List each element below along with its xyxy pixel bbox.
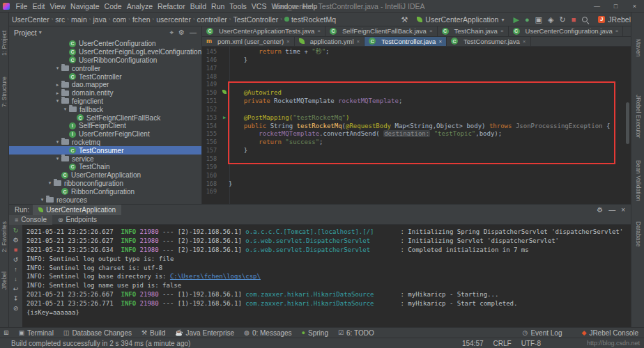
menu-analyze[interactable]: Analyze xyxy=(124,1,155,11)
tool-button-7-structure[interactable]: 7: Structure xyxy=(1,77,8,107)
breadcrumb-usercenter[interactable]: UserCenter xyxy=(10,15,51,24)
minimize-icon[interactable]: — xyxy=(608,206,615,214)
tree-expander[interactable]: ▾ xyxy=(54,139,61,145)
tree-expander[interactable]: ▾ xyxy=(54,98,61,104)
up-stack-icon[interactable]: ↑ xyxy=(14,266,17,273)
breadcrumb-main[interactable]: main xyxy=(70,15,89,24)
tree-item-ribbonconfiguration[interactable]: CRibbonConfiguration xyxy=(9,187,201,196)
restart-icon[interactable]: ↺ xyxy=(13,256,19,263)
caret-position[interactable]: 154:57 xyxy=(462,340,484,347)
tree-expander[interactable]: ▾ xyxy=(61,106,69,112)
tree-expander[interactable]: ▾ xyxy=(54,65,61,71)
toolwindow-button-6-todo[interactable]: ☑6: TODO xyxy=(338,329,374,337)
hide-icon[interactable]: — xyxy=(190,29,197,37)
clear-icon[interactable]: ⊘ xyxy=(13,305,19,312)
tool-button-bean-validation[interactable]: Bean Validation xyxy=(635,160,642,201)
close-icon[interactable]: × xyxy=(438,38,442,45)
toolwindow-button-to-olwindow-switcher[interactable]: ⊞ xyxy=(3,329,9,336)
tree-expander[interactable]: ▾ xyxy=(38,197,46,203)
coverage-button[interactable]: ▣ xyxy=(535,13,542,26)
tab-testconsumer-java[interactable]: CTestConsumer.java× xyxy=(447,37,530,47)
breadcrumb-src[interactable]: src xyxy=(54,15,66,24)
rerun-icon[interactable]: ↻ xyxy=(13,227,19,234)
tool-button-jrebel[interactable]: JRebel xyxy=(1,271,8,290)
tree-item-testchain[interactable]: CTestChain xyxy=(9,163,201,171)
menu-build[interactable]: Build xyxy=(187,1,208,11)
tree-item-usercenterapplication[interactable]: CUserCenterApplication xyxy=(9,171,201,180)
tool-button-1-project[interactable]: 1: Project xyxy=(1,31,8,56)
close-icon[interactable]: × xyxy=(357,38,360,45)
tree-item-testconsumer[interactable]: CTestConsumer xyxy=(9,146,201,155)
tree-item-service[interactable]: ▾service xyxy=(9,155,201,163)
tree-item-userribbonconfiguration[interactable]: CUserRibbonConfiguration xyxy=(9,56,201,65)
breadcrumb-controller[interactable]: controller xyxy=(196,15,229,24)
close-icon[interactable]: × xyxy=(317,28,321,34)
menu-code[interactable]: Code xyxy=(102,1,124,11)
locate-icon[interactable]: ⌖ xyxy=(169,29,174,37)
close-icon[interactable]: × xyxy=(429,28,433,34)
tree-item-ribbonconfiguration[interactable]: ▾ribbonconfiguration xyxy=(9,180,201,188)
tree-item-selffeignclientfallback[interactable]: CSelfFeignClientFallBack xyxy=(9,113,201,122)
maximize-button[interactable]: □ xyxy=(606,0,625,13)
breadcrumb-fchen[interactable]: fchen xyxy=(131,15,152,24)
menu-file[interactable]: File xyxy=(13,1,30,11)
editor-scrollbar[interactable] xyxy=(626,102,629,144)
tool-button-maven[interactable]: Maven xyxy=(635,39,642,57)
menu-edit[interactable]: Edit xyxy=(30,1,47,11)
breadcrumb-com[interactable]: com xyxy=(111,15,128,24)
close-button[interactable]: × xyxy=(625,0,644,13)
close-icon[interactable]: × xyxy=(286,38,290,45)
view-tab-console[interactable]: ≡Console xyxy=(9,215,52,225)
tree-expander[interactable]: ▾ xyxy=(46,180,54,186)
toolwindow-button-terminal[interactable]: ▣Terminal xyxy=(19,329,54,337)
down-stack-icon[interactable]: ↓ xyxy=(14,276,17,283)
tool-button-database[interactable]: Database xyxy=(635,221,642,246)
tree-item-usercenterfeignclient[interactable]: IUserCenterFeignClient xyxy=(9,130,201,139)
tab-usercenterconfiguration-java[interactable]: CUserCenterConfiguration.java× xyxy=(509,26,624,36)
tree-item-fallback[interactable]: ▾fallback xyxy=(9,105,201,113)
tree-item-selffeignclient[interactable]: ISelfFeignClient xyxy=(9,122,201,130)
toolwindow-button-0-messages[interactable]: ◍0: Messages xyxy=(244,329,292,337)
tree-expander[interactable]: ▸ xyxy=(54,82,61,88)
minimize-button[interactable]: — xyxy=(588,0,606,13)
tool-button-jrebel-executor[interactable]: JRebel Executor xyxy=(635,95,642,138)
menu-view[interactable]: View xyxy=(47,1,68,11)
profiler-button[interactable]: ◈ xyxy=(548,13,553,26)
settings-icon[interactable]: ⚙ xyxy=(178,29,185,37)
tool-button-2-favorites[interactable]: 2: Favorites xyxy=(1,221,8,252)
scroll-end-icon[interactable]: ↧ xyxy=(13,295,19,302)
view-tab-endpoints[interactable]: ⊚Endpoints xyxy=(52,215,102,225)
tree-item-resources[interactable]: ▾resources xyxy=(9,196,201,204)
tree-item-domain-entity[interactable]: ▸domain.entity xyxy=(9,89,201,97)
soft-wrap-icon[interactable]: ↩ xyxy=(13,285,19,292)
tab-usercenterapplicationtests-java[interactable]: CUserCenterApplicationTests.java× xyxy=(202,26,325,36)
run-button[interactable]: ▶ xyxy=(513,13,519,26)
tree-item-usercenterconfiguration[interactable]: CUserCenterConfiguration xyxy=(9,40,201,48)
close-icon[interactable]: × xyxy=(500,28,504,34)
stop-icon[interactable]: ■ xyxy=(14,246,17,253)
tree-item-controller[interactable]: ▾controller xyxy=(9,64,201,72)
tree-expander[interactable]: ▸ xyxy=(54,90,61,96)
breadcrumb-testrocketmq[interactable]: testRocketMq xyxy=(283,15,337,24)
tree-item-testcontroller[interactable]: CTestController xyxy=(9,72,201,81)
settings-icon[interactable]: ⚙ xyxy=(13,237,18,244)
tree-item-feignclient[interactable]: ▾feignclient xyxy=(9,97,201,106)
toolwindow-button-build[interactable]: ⚒Build xyxy=(141,329,165,337)
build-icon[interactable]: ⚒ xyxy=(401,13,408,26)
project-panel-title[interactable]: Project xyxy=(14,29,37,37)
stop-button[interactable]: ■ xyxy=(572,13,576,26)
line-ending[interactable]: CRLF xyxy=(493,340,512,347)
tab-testchain-java[interactable]: CTestChain.java× xyxy=(438,26,509,36)
close-icon[interactable]: × xyxy=(615,28,619,34)
toolwindow-button-event-log[interactable]: ◷Event Log xyxy=(523,329,562,337)
toolwindow-button-jrebel-console[interactable]: ◆JRebel Console xyxy=(581,329,638,337)
run-config-selector[interactable]: UserCenterApplication▾ xyxy=(413,15,507,24)
rerun-button[interactable]: ↻ xyxy=(559,13,565,26)
toolwindow-button-java-enterprise[interactable]: ☕Java Enterprise xyxy=(175,329,234,337)
tree-item-usercenterfeignloglevelconfiguration[interactable]: CUserCenterFeignLogLevelConfiguration xyxy=(9,48,201,56)
tab-selffeignclientfallback-java[interactable]: CSelfFeignClientFallBack.java× xyxy=(325,26,438,36)
breadcrumb-usercenter[interactable]: usercenter xyxy=(155,15,192,24)
console-output[interactable]: 2021-05-21 23:25:26.627 INFO 21980 --- [… xyxy=(22,225,631,327)
settings-icon[interactable]: ⚙ xyxy=(597,206,603,214)
menu-tools[interactable]: Tools xyxy=(227,1,250,11)
